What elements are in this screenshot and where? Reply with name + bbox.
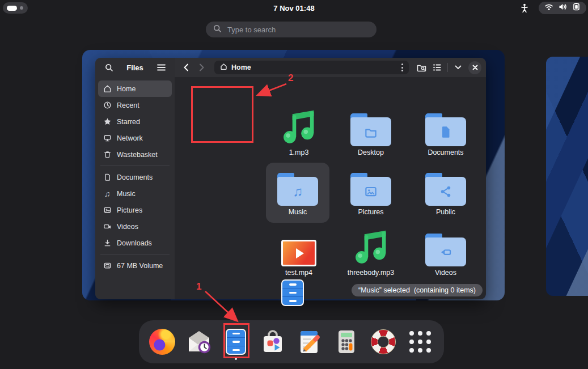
dash-dock: [139, 320, 444, 363]
location-menu-icon[interactable]: [401, 63, 403, 71]
audio-file-icon: [280, 103, 318, 146]
text-editor-icon: [297, 329, 323, 355]
sidebar-item-pictures[interactable]: Pictures: [98, 202, 172, 218]
calculator-icon: [333, 329, 359, 355]
file-tile-music-selected[interactable]: ♫ Music: [266, 163, 329, 223]
file-tile-videos[interactable]: Videos: [414, 223, 477, 281]
workspace-active-pill: [7, 6, 17, 11]
download-icon: [103, 239, 112, 248]
system-status-area[interactable]: [539, 2, 586, 14]
sidebar-item-starred[interactable]: Starred: [98, 113, 172, 130]
back-button[interactable]: [179, 61, 193, 74]
dock-item-calculator[interactable]: [333, 328, 360, 355]
file-name: Documents: [428, 149, 463, 156]
list-view-icon[interactable]: [430, 61, 444, 74]
file-tile-desktop[interactable]: Desktop: [339, 103, 403, 161]
play-icon: [296, 248, 304, 258]
file-tile-testmp4[interactable]: test.mp4: [267, 223, 331, 281]
header-separator: [447, 63, 448, 72]
current-location: Home: [231, 63, 397, 71]
accessibility-icon[interactable]: [519, 3, 530, 13]
adjacent-window-preview[interactable]: [546, 57, 588, 296]
file-tile-public[interactable]: Public: [414, 163, 477, 220]
search-folder-icon[interactable]: [414, 61, 428, 74]
sidebar-item-wastebasket[interactable]: Wastebasket: [98, 146, 172, 163]
sidebar: Home Recent Starred Network Wastebasket …: [95, 77, 175, 299]
files-window: Files Home Home Recent Starred: [95, 58, 486, 299]
gnome-activities-overview: { "top_bar": { "time": "7 Nov 01:48", "w…: [0, 0, 588, 369]
file-name: threebody.mp3: [348, 269, 394, 277]
sidebar-item-label: Starred: [117, 118, 140, 126]
hamburger-menu-icon[interactable]: [154, 61, 168, 74]
sidebar-item-recent[interactable]: Recent: [98, 97, 172, 113]
window-app-badge-files-icon[interactable]: [281, 279, 304, 306]
workspace-dot: [20, 6, 23, 10]
sidebar-item-label: Downloads: [117, 239, 152, 247]
workspace-indicator[interactable]: [3, 2, 28, 14]
document-icon: [103, 173, 112, 182]
network-icon: [103, 134, 112, 143]
dock-item-mail[interactable]: [185, 328, 213, 355]
home-icon: [220, 62, 227, 73]
folder-icon: [425, 234, 466, 266]
wifi-icon: [544, 3, 553, 13]
dock-item-app-grid[interactable]: [407, 328, 434, 355]
file-tile-pictures[interactable]: Pictures: [339, 163, 403, 220]
home-icon: [103, 84, 112, 94]
top-bar: [0, 0, 588, 16]
file-name: 1.mp3: [289, 149, 309, 156]
app-grid-icon: [409, 331, 431, 353]
window-search-button[interactable]: [102, 61, 116, 74]
sidebar-item-label: Documents: [117, 173, 153, 181]
sidebar-item-label: Pictures: [117, 206, 142, 214]
software-store-icon: [260, 329, 286, 355]
sidebar-item-label: 67 MB Volume: [117, 262, 163, 270]
image-icon: [103, 206, 112, 215]
sidebar-item-music[interactable]: ♫ Music: [98, 185, 172, 202]
video-thumbnail-icon: [281, 240, 316, 266]
dock-item-text-editor[interactable]: [296, 328, 323, 355]
audio-file-icon: [352, 223, 390, 266]
file-name: Pictures: [358, 208, 383, 216]
search-icon: [213, 24, 222, 35]
file-tile-1mp3[interactable]: 1.mp3: [267, 103, 331, 161]
annotation-box-1mp3: [191, 86, 253, 143]
sidebar-item-label: Network: [117, 134, 143, 142]
header-bar: Home: [175, 58, 486, 77]
trash-icon: [103, 150, 112, 159]
sidebar-header: Files: [95, 58, 175, 77]
music-emblem-icon: ♫: [293, 185, 303, 198]
file-tile-threebody[interactable]: threebody.mp3: [339, 223, 403, 281]
dock-item-help[interactable]: [370, 328, 397, 355]
sidebar-item-volume[interactable]: 67 MB Volume: [98, 257, 172, 274]
path-bar[interactable]: Home: [214, 61, 409, 74]
status-bar: “Music” selected (containing 0 items): [352, 284, 483, 296]
file-name: Music: [289, 208, 307, 216]
sidebar-item-network[interactable]: Network: [98, 130, 172, 146]
view-options-chevron-icon[interactable]: [451, 61, 465, 74]
file-tile-documents[interactable]: Documents: [414, 103, 477, 161]
sidebar-item-label: Music: [117, 190, 136, 198]
sidebar-item-label: Home: [117, 85, 136, 93]
dock-item-firefox[interactable]: [149, 328, 176, 355]
camcorder-icon: [103, 222, 112, 231]
sidebar-item-documents[interactable]: Documents: [98, 169, 172, 185]
file-name: test.mp4: [285, 269, 312, 277]
battery-icon: [572, 3, 581, 13]
overview-search-bar[interactable]: [206, 22, 377, 37]
sidebar-item-videos[interactable]: Videos: [98, 218, 172, 235]
folder-icon: ♫: [277, 173, 318, 206]
sidebar-item-label: Videos: [117, 223, 138, 231]
annotation-label-2: 2: [288, 73, 293, 84]
forward-button[interactable]: [195, 61, 209, 74]
firefox-icon: [149, 329, 175, 355]
sidebar-item-downloads[interactable]: Downloads: [98, 235, 172, 251]
folder-icon: [350, 173, 391, 206]
sidebar-item-home[interactable]: Home: [98, 80, 172, 97]
close-window-button[interactable]: [468, 61, 481, 74]
folder-icon: [425, 173, 466, 206]
annotation-box-dock-files: [223, 323, 249, 358]
dock-item-software[interactable]: [259, 328, 286, 355]
search-input[interactable]: [226, 25, 369, 35]
folder-icon: [425, 113, 466, 146]
